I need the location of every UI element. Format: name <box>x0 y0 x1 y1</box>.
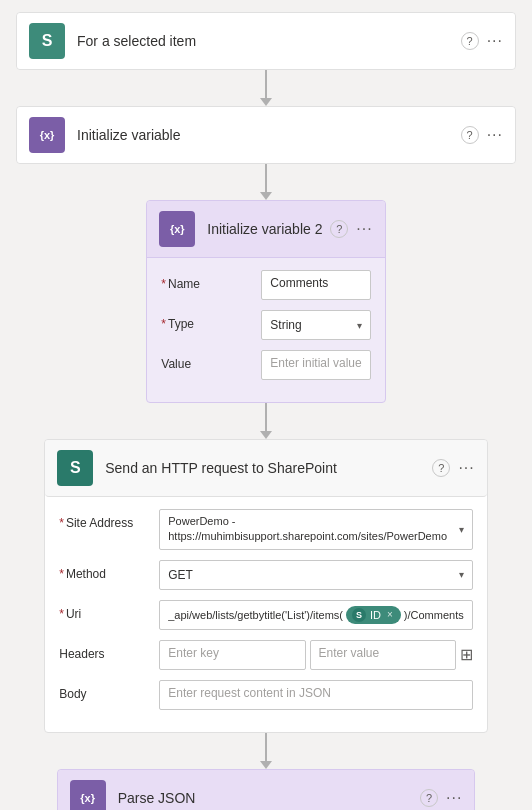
step-http-title: Send an HTTP request to SharePoint <box>105 460 432 476</box>
headers-key-placeholder: Enter key <box>168 646 219 660</box>
field-select-type[interactable]: String ▾ <box>261 310 370 340</box>
site-address-line2: https://muhimbisupport.sharepoint.com/si… <box>168 529 447 544</box>
arrow-3 <box>260 403 272 439</box>
step-parse-icon: {x} <box>70 780 106 810</box>
arrow-line-1 <box>265 70 267 98</box>
step-selected-item-help[interactable]: ? <box>461 32 479 50</box>
step-init-var2-icon: {x} <box>159 211 195 247</box>
headers-val-input[interactable]: Enter value <box>310 640 456 670</box>
field-uri[interactable]: _api/web/lists/getbytitle('List')/items(… <box>159 600 473 630</box>
uri-suffix-text: )/Comments <box>404 609 464 621</box>
field-select-type-value: String <box>270 318 301 332</box>
field-value-placeholder: Enter initial value <box>270 356 361 370</box>
step-init-var2: {x} Initialize variable 2 ? ··· Name Com… <box>146 200 385 403</box>
step-init-var2-body: Name Comments Type String ▾ Value Enter … <box>147 258 384 402</box>
step-init-var-help[interactable]: ? <box>461 126 479 144</box>
step-init-var-title: Initialize variable <box>77 127 461 143</box>
step-parse-json: {x} Parse JSON ? ··· Content S Body × <box>57 769 476 810</box>
step-init-var2-title: Initialize variable 2 <box>207 221 330 237</box>
arrow-head-2 <box>260 192 272 200</box>
step-init-var-header[interactable]: {x} Initialize variable ? ··· <box>17 107 515 163</box>
step-parse-actions: ? ··· <box>420 789 462 807</box>
field-label-value: Value <box>161 350 251 371</box>
step-parse-title: Parse JSON <box>118 790 420 806</box>
flow-container: S For a selected item ? ··· {x} Initiali… <box>0 0 532 810</box>
body-placeholder: Enter request content in JSON <box>168 686 331 700</box>
step-http-more[interactable]: ··· <box>458 459 474 477</box>
arrow-line-3 <box>265 403 267 431</box>
uri-prefix-text: _api/web/lists/getbytitle('List')/items( <box>168 609 343 621</box>
arrow-4 <box>260 733 272 769</box>
step-http-sharepoint: S Send an HTTP request to SharePoint ? ·… <box>44 439 488 733</box>
field-row-body: Body Enter request content in JSON <box>59 680 473 710</box>
step-init-var: {x} Initialize variable ? ··· <box>16 106 516 164</box>
arrow-line-2 <box>265 164 267 192</box>
arrow-1 <box>260 70 272 106</box>
field-label-type: Type <box>161 310 251 331</box>
field-label-uri: Uri <box>59 600 149 621</box>
field-label-name: Name <box>161 270 251 291</box>
arrow-head-1 <box>260 98 272 106</box>
step-parse-header[interactable]: {x} Parse JSON ? ··· <box>58 770 475 810</box>
uri-token-icon: S <box>352 608 366 622</box>
step-init-var-icon: {x} <box>29 117 65 153</box>
arrow-head-4 <box>260 761 272 769</box>
step-init-var2-more[interactable]: ··· <box>356 220 372 238</box>
chevron-down-site-icon: ▾ <box>459 524 464 535</box>
step-init-var2-header[interactable]: {x} Initialize variable 2 ? ··· <box>147 201 384 258</box>
step-selected-item-actions: ? ··· <box>461 32 503 50</box>
arrow-head-3 <box>260 431 272 439</box>
headers-val-placeholder: Enter value <box>319 646 380 660</box>
field-label-site-address: Site Address <box>59 509 149 530</box>
field-row-value: Value Enter initial value <box>161 350 370 380</box>
step-http-body: Site Address PowerDemo - https://muhimbi… <box>45 497 487 732</box>
field-row-name: Name Comments <box>161 270 370 300</box>
step-http-actions: ? ··· <box>432 459 474 477</box>
step-selected-item-icon: S <box>29 23 65 59</box>
field-row-headers: Headers Enter key Enter value ⊞ <box>59 640 473 670</box>
uri-id-token[interactable]: S ID × <box>346 606 401 624</box>
field-input-name[interactable]: Comments <box>261 270 370 300</box>
field-label-body: Body <box>59 680 149 701</box>
headers-input-group: Enter key Enter value ⊞ <box>159 640 473 670</box>
headers-add-icon[interactable]: ⊞ <box>460 645 473 664</box>
step-parse-more[interactable]: ··· <box>446 789 462 807</box>
step-selected-item-more[interactable]: ··· <box>487 32 503 50</box>
step-init-var-more[interactable]: ··· <box>487 126 503 144</box>
uri-token-remove[interactable]: × <box>387 609 393 620</box>
arrow-line-4 <box>265 733 267 761</box>
step-http-header[interactable]: S Send an HTTP request to SharePoint ? ·… <box>45 440 487 497</box>
step-parse-help[interactable]: ? <box>420 789 438 807</box>
chevron-down-method-icon: ▾ <box>459 569 464 580</box>
site-address-text: PowerDemo - https://muhimbisupport.share… <box>168 514 447 545</box>
step-http-help[interactable]: ? <box>432 459 450 477</box>
step-http-icon: S <box>57 450 93 486</box>
headers-key-input[interactable]: Enter key <box>159 640 305 670</box>
field-row-uri: Uri _api/web/lists/getbytitle('List')/it… <box>59 600 473 630</box>
field-method-value: GET <box>168 568 193 582</box>
step-init-var2-actions: ? ··· <box>330 220 372 238</box>
arrow-2 <box>260 164 272 200</box>
field-body-input[interactable]: Enter request content in JSON <box>159 680 473 710</box>
step-selected-item-header[interactable]: S For a selected item ? ··· <box>17 13 515 69</box>
field-row-method: Method GET ▾ <box>59 560 473 590</box>
step-init-var2-help[interactable]: ? <box>330 220 348 238</box>
field-row-site-address: Site Address PowerDemo - https://muhimbi… <box>59 509 473 550</box>
step-selected-item: S For a selected item ? ··· <box>16 12 516 70</box>
uri-token-label: ID <box>370 609 381 621</box>
field-label-headers: Headers <box>59 640 149 661</box>
field-row-type: Type String ▾ <box>161 310 370 340</box>
field-input-value[interactable]: Enter initial value <box>261 350 370 380</box>
step-init-var-actions: ? ··· <box>461 126 503 144</box>
field-select-method[interactable]: GET ▾ <box>159 560 473 590</box>
field-site-address[interactable]: PowerDemo - https://muhimbisupport.share… <box>159 509 473 550</box>
field-label-method: Method <box>59 560 149 581</box>
chevron-down-icon: ▾ <box>357 320 362 331</box>
site-address-line1: PowerDemo - <box>168 514 447 529</box>
step-selected-item-title: For a selected item <box>77 33 461 49</box>
